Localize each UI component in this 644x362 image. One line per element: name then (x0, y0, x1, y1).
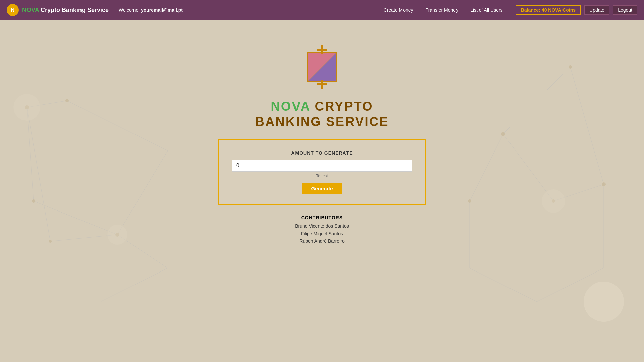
brand-nova: NOVA (22, 7, 39, 13)
nav-links: Create Money Transfer Money List of All … (381, 6, 505, 14)
contributors-section: CONTRIBUTORS Bruno Vicente dos Santos Fi… (295, 215, 349, 245)
contributor-2: Filipe Miguel Santos (295, 230, 349, 237)
hero-banking: BANKING SERVICE (255, 115, 389, 129)
svg-point-33 (584, 282, 624, 322)
contributor-1: Bruno Vicente dos Santos (295, 222, 349, 230)
navbar: N NOVA Crypto Banking Service Welcome, y… (0, 0, 644, 20)
nav-list-users[interactable]: List of All Users (468, 6, 505, 14)
nav-brand: N NOVA Crypto Banking Service (7, 4, 109, 16)
brand-title: NOVA CRYPTO BANKING SERVICE (255, 99, 389, 129)
update-button[interactable]: Update (584, 5, 609, 15)
brand-rest: Crypto Banking Service (39, 7, 109, 13)
generate-button[interactable]: Generate (302, 183, 342, 194)
form-section-label: AMOUNT TO GENERATE (291, 150, 353, 156)
svg-rect-43 (317, 83, 327, 85)
form-card: AMOUNT TO GENERATE To test Generate (218, 139, 426, 205)
logout-button[interactable]: Logout (613, 5, 637, 15)
contributors-title: CONTRIBUTORS (295, 215, 349, 220)
welcome-email: youremail@mail.pt (141, 7, 183, 13)
svg-text:N: N (11, 7, 14, 13)
welcome-text: Welcome, youremail@mail.pt (119, 7, 183, 13)
amount-input[interactable] (232, 160, 412, 172)
welcome-prefix: Welcome, (119, 7, 141, 13)
nav-transfer-money[interactable]: Transfer Money (423, 6, 461, 14)
brand-logo-icon (295, 40, 349, 94)
hero-crypto: CRYPTO (310, 99, 373, 113)
balance-badge: Balance: 40 NOVA Coins (516, 5, 581, 15)
svg-rect-42 (317, 49, 327, 51)
contributor-3: Rúben André Barreiro (295, 237, 349, 245)
logo-container: NOVA CRYPTO BANKING SERVICE (255, 40, 389, 129)
nav-create-money[interactable]: Create Money (381, 6, 416, 14)
brand-logo: N (7, 4, 19, 16)
brand-name: NOVA Crypto Banking Service (22, 7, 109, 14)
nav-right: Balance: 40 NOVA Coins Update Logout (516, 5, 637, 15)
hero-nova: NOVA (271, 99, 310, 113)
main-content: NOVA CRYPTO BANKING SERVICE AMOUNT TO GE… (0, 20, 644, 245)
form-hint: To test (316, 174, 328, 178)
